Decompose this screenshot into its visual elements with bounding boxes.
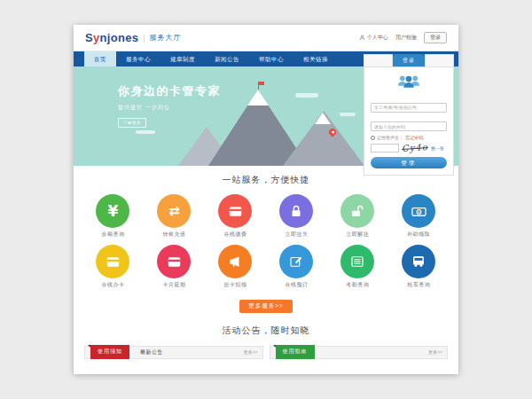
service-item-school-bus[interactable]: 校车查询	[388, 245, 450, 289]
usage-notice-ribbon-tab[interactable]: 使用须知	[90, 345, 129, 359]
login-tab-left-spacer	[364, 54, 393, 66]
nav-item-home[interactable]: 首页	[84, 51, 116, 66]
announcements-title: 活动公告，随时知晓	[74, 325, 458, 337]
user-verify-link[interactable]: 用户校验	[395, 34, 417, 42]
nav-item-help[interactable]: 帮助中心	[249, 51, 293, 66]
user-area: 个人中心 用户校验 登录	[359, 32, 447, 43]
notice-strip-left: 使用须知 最新公告 更多>>	[84, 346, 263, 359]
captcha-image[interactable]: Cy4o	[402, 142, 428, 153]
bus-icon	[411, 254, 426, 270]
forgot-password-link[interactable]: 忘记密码	[405, 135, 423, 140]
divider: |	[401, 135, 402, 140]
username-input[interactable]	[371, 103, 447, 113]
login-panel: 登录 记住用户名 | 忘记密码	[364, 54, 454, 176]
nav-item-service-center[interactable]: 服务中心	[116, 51, 160, 66]
hero-text: 你身边的卡管专家 提供捷径 一步到位 了解更多	[118, 83, 221, 128]
announcements-section: 活动公告，随时知晓 使用须知 最新公告 更多>> 使用指南 更多>>	[74, 325, 458, 359]
nav-item-links[interactable]: 相关链接	[293, 51, 338, 66]
latest-announcements-tab[interactable]: 最新公告	[140, 347, 163, 358]
login-tab[interactable]: 登录	[393, 54, 425, 66]
service-item-attendance[interactable]: 考勤查询	[327, 245, 388, 289]
remember-checkbox[interactable]	[371, 136, 375, 140]
remember-label: 记住用户名	[377, 135, 399, 140]
service-item-report-loss[interactable]: 立即挂失	[266, 194, 327, 239]
notice-strip-right: 使用指南 更多>>	[270, 346, 449, 359]
captcha-input[interactable]	[371, 144, 399, 153]
password-input[interactable]	[371, 121, 447, 131]
announcement-tabs-row: 使用须知 最新公告 更多>> 使用指南 更多>>	[74, 346, 458, 359]
brand: Synjones | 服务大厅	[85, 31, 182, 44]
credit-card-icon	[166, 254, 183, 270]
transfer-arrows-icon: ⇄	[168, 203, 180, 219]
site-header: Synjones | 服务大厅 个人中心 用户校验 登录	[74, 25, 458, 51]
users-group-icon	[371, 74, 447, 92]
captcha-row: Cy4o 换一张	[371, 143, 447, 153]
personal-center-link[interactable]: 个人中心	[359, 34, 388, 42]
services-title: 一站服务，方便快捷	[74, 174, 458, 186]
remember-row: 记住用户名 | 忘记密码	[371, 135, 447, 140]
service-item-apply-card[interactable]: 在线办卡	[82, 245, 144, 289]
hero-subheading: 提供捷径 一步到位	[118, 104, 221, 112]
snow-cap	[315, 113, 331, 124]
nav-item-rules[interactable]: 规章制度	[160, 51, 205, 66]
login-submit-button[interactable]: 登录	[371, 157, 447, 168]
service-item-online-booking[interactable]: 在线预订	[266, 245, 327, 289]
login-panel-tabs: 登录	[364, 54, 454, 66]
services-grid: ¥ 余额查询 ⇄ 转账充值 在线缴费 立即挂失	[82, 194, 450, 295]
credit-card-icon	[227, 203, 244, 220]
banknote-icon	[411, 203, 427, 220]
more-services-button[interactable]: 更多服务>>	[239, 300, 293, 313]
hero-banner: 你身边的卡管专家 提供捷径 一步到位 了解更多 登录	[74, 66, 458, 166]
brand-divider: |	[143, 34, 145, 43]
lock-icon	[288, 203, 304, 219]
captcha-refresh-link[interactable]: 换一张	[431, 145, 444, 151]
summit-flag-icon	[259, 82, 264, 85]
edit-icon	[288, 254, 304, 270]
more-link[interactable]: 更多>>	[244, 347, 258, 358]
service-item-balance[interactable]: ¥ 余额查询	[82, 194, 144, 239]
hero-cta-button[interactable]: 了解更多	[118, 118, 146, 128]
snow-cap	[247, 90, 269, 106]
nav-item-news[interactable]: 新闻公告	[205, 51, 249, 66]
page: Synjones | 服务大厅 个人中心 用户校验 登录 首页 服务中心 规章制…	[74, 25, 458, 374]
service-item-subsidy[interactable]: 补助领取	[388, 194, 450, 239]
user-icon	[359, 35, 365, 41]
list-icon	[349, 254, 365, 270]
service-item-found-card[interactable]: 拾卡招领	[205, 245, 266, 289]
hero-heading: 你身边的卡管专家	[118, 83, 221, 99]
megaphone-icon	[227, 254, 243, 270]
site-name: 服务大厅	[150, 33, 182, 43]
cloud	[136, 130, 155, 134]
unlock-icon	[349, 203, 365, 219]
service-item-pay-online[interactable]: 在线缴费	[205, 194, 266, 239]
usage-guide-ribbon-tab[interactable]: 使用指南	[276, 345, 315, 359]
synjones-logo: Synjones	[85, 31, 138, 44]
header-login-button[interactable]: 登录	[424, 32, 447, 43]
services-section: 一站服务，方便快捷 ¥ 余额查询 ⇄ 转账充值 在线缴费 立即挂失	[74, 166, 458, 313]
login-tab-right-spacer	[425, 54, 454, 66]
login-panel-body: 记住用户名 | 忘记密码 Cy4o 换一张 登录	[364, 66, 454, 176]
service-item-card-extend[interactable]: 卡片延期	[144, 245, 205, 289]
service-item-cancel-loss[interactable]: 立即解挂	[327, 194, 388, 239]
more-link[interactable]: 更多>>	[428, 347, 442, 358]
service-item-transfer[interactable]: ⇄ 转账充值	[144, 194, 205, 239]
yuan-icon: ¥	[108, 202, 119, 220]
credit-card-icon	[105, 254, 121, 270]
